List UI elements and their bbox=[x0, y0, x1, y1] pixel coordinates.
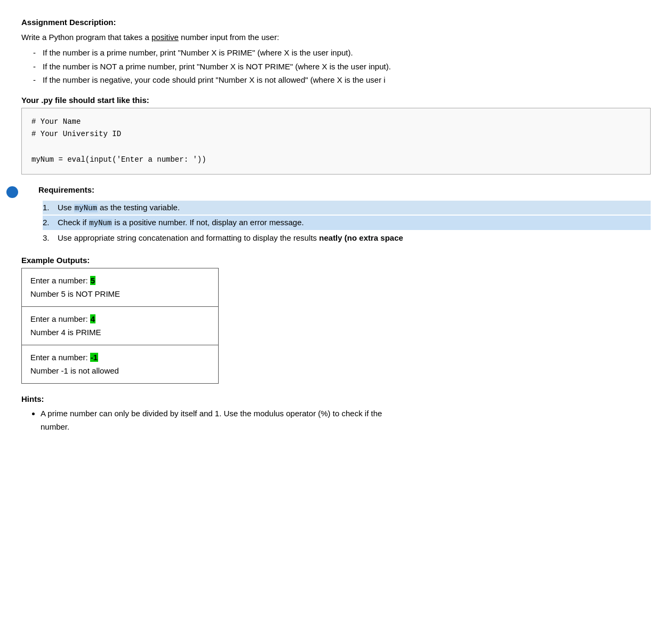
output-input-1: 5 bbox=[90, 276, 95, 285]
bullet-1: If the number is a prime number, print "… bbox=[43, 46, 651, 60]
hints-list: A prime number can only be divided by it… bbox=[21, 407, 651, 434]
output-line-2a: Enter a number: 4 bbox=[30, 312, 210, 326]
positive-word: positive bbox=[151, 33, 179, 42]
requirements-title: Requirements: bbox=[38, 185, 94, 194]
py-file-title: Your .py file should start like this: bbox=[21, 96, 651, 105]
code-block: # Your Name # Your University ID myNum =… bbox=[21, 108, 651, 175]
req-num-2: 2. bbox=[43, 216, 58, 229]
requirements-section: Requirements: 1. Use myNum as the testin… bbox=[21, 185, 651, 245]
output-prompt-1: Enter a number: bbox=[30, 276, 90, 285]
assignment-description: Assignment Description: Write a Python p… bbox=[21, 16, 651, 87]
output-box-3: Enter a number: -1 Number -1 is not allo… bbox=[21, 345, 219, 384]
output-prompt-3: Enter a number: bbox=[30, 353, 90, 362]
assignment-intro: Write a Python program that takes a posi… bbox=[21, 31, 651, 44]
hints-section: Hints: A prime number can only be divide… bbox=[21, 394, 651, 434]
output-input-2: 4 bbox=[90, 314, 95, 323]
req-bold-text: neatly (no extra space bbox=[319, 233, 403, 242]
hints-title: Hints: bbox=[21, 394, 651, 403]
req-text-2: Check if myNum is a positive number. If … bbox=[58, 216, 304, 230]
bullet-3: If the number is negative, your code sho… bbox=[43, 73, 651, 87]
example-outputs-section: Example Outputs: Enter a number: 5 Numbe… bbox=[21, 256, 651, 384]
req-text-3: Use appropriate string concatenation and… bbox=[58, 231, 403, 245]
requirements-list: 1. Use myNum as the testing variable. 2.… bbox=[21, 201, 651, 245]
req-num-3: 3. bbox=[43, 231, 58, 245]
req-num-1: 1. bbox=[43, 201, 58, 215]
output-prompt-2: Enter a number: bbox=[30, 314, 90, 323]
req-text-1: Use myNum as the testing variable. bbox=[58, 201, 180, 215]
req-item-1: 1. Use myNum as the testing variable. bbox=[43, 201, 651, 215]
output-box-1: Enter a number: 5 Number 5 is NOT PRIME bbox=[21, 268, 219, 307]
output-line-1b: Number 5 is NOT PRIME bbox=[30, 287, 210, 301]
py-file-section: Your .py file should start like this: # … bbox=[21, 96, 651, 175]
assignment-title: Assignment Description: bbox=[21, 16, 651, 29]
mynum-code-1: myNum bbox=[74, 204, 98, 212]
req-item-3: 3. Use appropriate string concatenation … bbox=[43, 231, 651, 245]
mynum-code-2: myNum bbox=[89, 219, 112, 227]
output-line-3a: Enter a number: -1 bbox=[30, 351, 210, 365]
output-box-2: Enter a number: 4 Number 4 is PRIME bbox=[21, 306, 219, 345]
blue-dot-icon bbox=[6, 186, 18, 198]
output-input-3: -1 bbox=[90, 353, 98, 362]
output-line-3b: Number -1 is not allowed bbox=[30, 364, 210, 378]
output-line-2b: Number 4 is PRIME bbox=[30, 326, 210, 339]
output-line-1a: Enter a number: 5 bbox=[30, 274, 210, 288]
assignment-bullets: If the number is a prime number, print "… bbox=[21, 46, 651, 87]
example-outputs-title: Example Outputs: bbox=[21, 256, 651, 265]
hint-1: A prime number can only be divided by it… bbox=[41, 407, 651, 434]
bullet-2: If the number is NOT a prime number, pri… bbox=[43, 60, 651, 74]
req-item-2: 2. Check if myNum is a positive number. … bbox=[43, 216, 651, 230]
requirements-title-wrap: Requirements: bbox=[21, 185, 651, 197]
